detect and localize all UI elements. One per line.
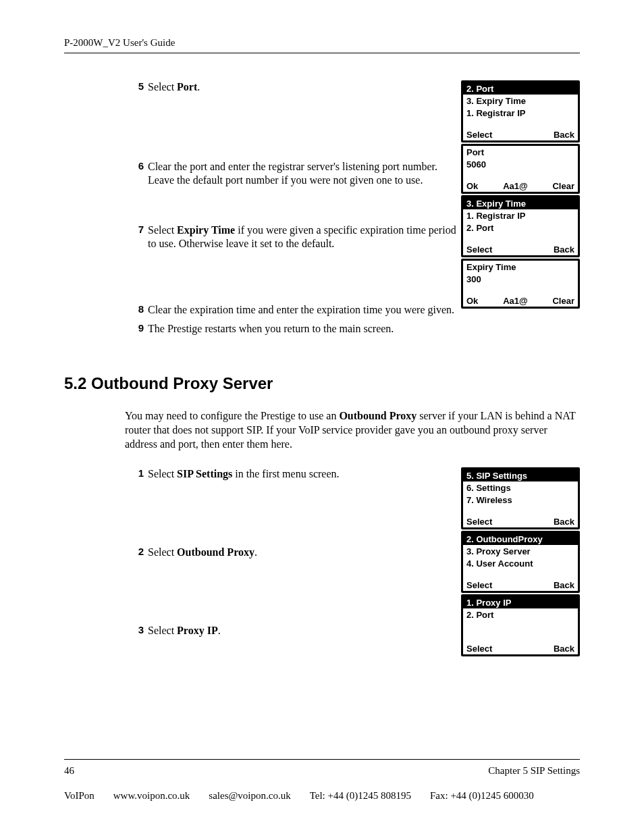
phone-screen: 1. Proxy IP 2. Port SelectBack	[461, 594, 580, 656]
menu-item	[463, 621, 578, 633]
step-text: Select Port.	[144, 80, 458, 94]
menu-item: 2. Port	[463, 608, 578, 621]
phone-screen: Expiry Time 300 OkAa1@Clear	[461, 259, 580, 309]
chapter-label: Chapter 5 SIP Settings	[488, 765, 580, 777]
menu-item: 7. Wireless	[463, 494, 578, 506]
field-value: 5060	[463, 158, 578, 170]
contact-line: VoIPon www.voipon.co.uk sales@voipon.co.…	[64, 790, 580, 802]
header-rule	[64, 53, 580, 53]
menu-item: 2. Port	[463, 221, 578, 234]
page-number: 46	[64, 765, 74, 777]
softkey-right: Back	[554, 580, 574, 590]
menu-item: 1. Registrar IP	[463, 209, 578, 221]
softkey-left: Select	[466, 130, 492, 140]
step-text: The Prestige restarts when you return to…	[144, 322, 458, 336]
step-number: 5	[132, 80, 144, 93]
softkey-right: Back	[554, 244, 574, 255]
step-number: 1	[132, 467, 144, 480]
step-number: 7	[132, 224, 144, 236]
softkey-right: Back	[554, 130, 574, 140]
menu-item-selected: 3. Expiry Time	[463, 197, 578, 209]
section-intro: You may need to configure the Prestige t…	[64, 409, 580, 451]
menu-item: 1. Registrar IP	[463, 107, 578, 119]
menu-item-selected: 2. OutboundProxy	[463, 533, 578, 545]
step-text: Clear the expiration time and enter the …	[144, 303, 458, 317]
menu-item-selected: 1. Proxy IP	[463, 596, 578, 608]
step-number: 8	[132, 303, 144, 316]
step-text: Select Expiry Time if you were given a s…	[144, 224, 458, 251]
field-label: Port	[463, 146, 578, 158]
softkey-left: Select	[466, 580, 492, 590]
softkey-right: Back	[554, 517, 574, 527]
step-number: 2	[132, 546, 144, 558]
menu-item-selected: 5. SIP Settings	[463, 469, 578, 481]
section-heading: 5.2 Outbound Proxy Server	[64, 374, 580, 393]
step-text: Select SIP Settings in the first menu sc…	[144, 467, 458, 481]
menu-item-selected: 2. Port	[463, 82, 578, 95]
menu-item: 6. Settings	[463, 481, 578, 494]
step-text: Clear the port and enter the registrar s…	[144, 160, 458, 188]
softkey-center: Aa1@	[503, 296, 528, 306]
softkey-right: Clear	[552, 181, 574, 191]
doc-header: P-2000W_V2 User's Guide	[64, 37, 580, 49]
phone-screen: 2. Port 3. Expiry Time 1. Registrar IP S…	[461, 80, 580, 142]
phone-screen: Port 5060 OkAa1@Clear	[461, 144, 580, 194]
softkey-left: Select	[466, 517, 492, 527]
menu-item: 3. Proxy Server	[463, 545, 578, 557]
softkey-right: Clear	[552, 296, 574, 306]
softkey-left: Ok	[466, 181, 478, 191]
field-value: 300	[463, 273, 578, 285]
step-number: 3	[132, 624, 144, 637]
phone-screen: 3. Expiry Time 1. Registrar IP 2. Port S…	[461, 195, 580, 257]
softkey-left: Select	[466, 644, 492, 654]
softkey-left: Select	[466, 244, 492, 255]
step-number: 6	[132, 160, 144, 173]
phone-screen: 2. OutboundProxy 3. Proxy Server 4. User…	[461, 531, 580, 593]
softkey-left: Ok	[466, 296, 478, 306]
menu-item: 4. User Account	[463, 557, 578, 569]
field-label: Expiry Time	[463, 261, 578, 273]
step-text: Select Outbound Proxy.	[144, 546, 458, 559]
step-number: 9	[132, 322, 144, 335]
softkey-center: Aa1@	[503, 181, 528, 191]
menu-item: 3. Expiry Time	[463, 95, 578, 107]
phone-screen: 5. SIP Settings 6. Settings 7. Wireless …	[461, 467, 580, 529]
step-text: Select Proxy IP.	[144, 624, 458, 637]
softkey-right: Back	[554, 644, 574, 654]
footer-rule	[64, 759, 580, 760]
